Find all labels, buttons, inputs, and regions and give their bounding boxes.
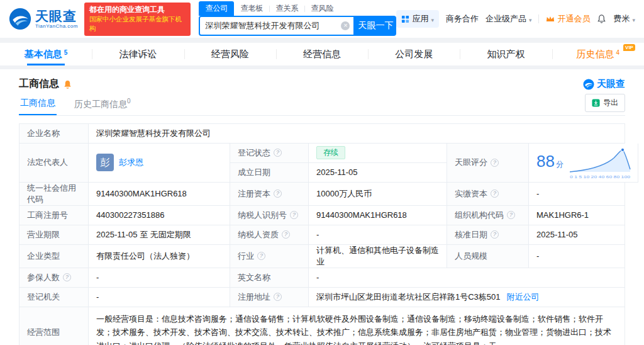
info-icon[interactable]	[274, 189, 282, 198]
table-row: 参保人数 - 英文名称 -	[19, 268, 625, 288]
field-label-credit-code: 统一社会信用代码	[19, 183, 89, 206]
search-tab-company[interactable]: 查公司	[199, 1, 234, 16]
field-label-reg-status: 登记状态	[230, 144, 309, 163]
company-nav-tabs: 基本信息5 法律诉讼 经营风险 经营信息 公司发展 知识产权 历史信息4 VIP	[0, 43, 644, 65]
top-header: 天眼查 TianYanCha.com 都在用的商业查询工具 国家中小企业发展子基…	[0, 0, 644, 38]
business-info-card: 工商信息 天眼查 工商信息 历史工商信息0 导出	[0, 69, 644, 345]
tab-label: 知识产权	[487, 48, 525, 60]
value-text: 10000万人民币	[316, 188, 372, 200]
field-label-approval-date: 核准日期	[447, 225, 529, 245]
username: 费米	[613, 13, 630, 25]
field-label-reg-capital: 注册资本	[230, 183, 309, 206]
info-icon[interactable]	[282, 230, 290, 239]
field-label-industry: 行业	[230, 245, 309, 268]
field-label-business-term: 营业期限	[19, 225, 89, 245]
section-watermark-logo: 天眼查	[583, 78, 625, 90]
tianyancha-logo[interactable]: 天眼查 TianYanCha.com	[9, 8, 78, 30]
label-text: 纳税人识别号	[238, 210, 287, 221]
info-icon[interactable]	[257, 252, 265, 260]
chevron-down-icon	[632, 14, 635, 24]
field-label-taxpayer-id: 纳税人识别号	[230, 206, 309, 225]
field-value-taxpayer-quality: -	[309, 225, 447, 245]
search-area: 查公司 查老板 查关系 查风险 天眼一下	[199, 2, 396, 36]
info-icon[interactable]	[491, 189, 499, 198]
table-row: 工商注册号 440300227351886 纳税人识别号 91440300MAK…	[19, 206, 625, 225]
value-text: -	[316, 273, 319, 282]
search-button[interactable]: 天眼一下	[355, 16, 396, 36]
user-menu[interactable]: 费米	[613, 13, 635, 25]
field-value-english-name: -	[309, 268, 625, 288]
tab-basic-info[interactable]: 基本信息5	[0, 43, 92, 65]
label-text: 天眼评分	[455, 157, 487, 168]
chevron-down-icon	[529, 14, 532, 24]
field-label-established: 成立日期	[230, 163, 309, 183]
label-text: 注册地址	[238, 291, 270, 303]
business-cooperation-link[interactable]: 商务合作	[446, 13, 479, 25]
table-row: 经营范围 一般经营项目是：信息技术咨询服务；通信设备销售；计算机软硬件及外围设备…	[19, 307, 625, 345]
label-text: 法定代表人	[27, 157, 68, 168]
field-value-legal-rep: 彭 彭求恩	[89, 144, 230, 183]
label-text: 英文名称	[238, 272, 270, 283]
label-text: 人员规模	[455, 251, 487, 262]
field-label-insured-count: 参保人数	[19, 268, 89, 288]
export-button[interactable]: 导出	[585, 94, 625, 112]
label-text: 登记状态	[238, 147, 270, 159]
subtab-history-business-info[interactable]: 历史工商信息0	[73, 93, 132, 115]
search-tab-risk[interactable]: 查风险	[304, 1, 340, 16]
section-tabs: 工商信息 历史工商信息0 导出	[19, 93, 625, 116]
tab-legal-litigation[interactable]: 法律诉讼	[92, 43, 184, 65]
top-menu: 应用 商务合作 企业级产品 开通会员 费米	[396, 10, 635, 28]
label-text: 行业	[238, 251, 254, 262]
field-label-taxpayer-quality: 纳税人资质	[230, 225, 309, 245]
open-vip-button[interactable]: 开通会员	[546, 13, 590, 25]
promo-line-2: 国家中小企业发展子基金旗下机构	[89, 14, 186, 33]
notifications-button[interactable]	[597, 14, 606, 24]
tab-operating-risk[interactable]: 经营风险	[184, 43, 276, 65]
search-tab-boss[interactable]: 查老板	[234, 1, 269, 16]
tab-company-development[interactable]: 公司发展	[368, 43, 460, 65]
tab-intellectual-property[interactable]: 知识产权	[460, 43, 552, 65]
value-text: -	[536, 251, 539, 261]
label-text: 企业名称	[27, 128, 60, 139]
info-icon[interactable]	[63, 273, 71, 281]
section-title: 工商信息	[19, 77, 59, 91]
tab-business-info[interactable]: 经营信息	[276, 43, 368, 65]
enterprise-products-menu[interactable]: 企业级产品	[486, 13, 532, 25]
subscribe-bell-icon[interactable]	[63, 79, 72, 89]
company-info-table: 企业名称 深圳荣耀智慧科技开发有限公司 法定代表人 彭 彭求恩 登记状态 存续 …	[19, 123, 625, 345]
field-value-business-scope: 一般经营项目是：信息技术咨询服务；通信设备销售；计算机软硬件及外围设备制造；通信…	[89, 307, 625, 345]
value-text: 91440300MAK1HGR618	[96, 189, 187, 198]
score-unit: 分	[556, 160, 564, 169]
field-value-established: 2025-11-05	[309, 163, 447, 183]
subtab-business-info[interactable]: 工商信息	[19, 93, 57, 115]
legal-rep-avatar[interactable]: 彭	[96, 154, 114, 171]
search-tab-relation[interactable]: 查关系	[269, 1, 304, 16]
label-text: 登记机关	[27, 291, 60, 303]
score-axis-ticks: 0 1 5 10 20 40 60 80 100	[570, 175, 631, 179]
apps-label: 应用	[412, 13, 428, 25]
value-text: 深圳市坪山区龙田街道老坑社区启祥路1号C3栋501	[316, 291, 501, 303]
info-icon[interactable]	[491, 159, 499, 167]
value-text: 91440300MAK1HGR618	[316, 210, 407, 220]
value-text: -	[536, 189, 539, 198]
logo-domain: TianYanCha.com	[35, 23, 78, 29]
info-icon[interactable]	[507, 211, 515, 219]
tab-history-info[interactable]: 历史信息4 VIP	[552, 43, 644, 65]
value-text: -	[96, 273, 99, 282]
tianyancha-logo-icon	[9, 8, 31, 30]
clear-search-icon[interactable]	[341, 21, 350, 30]
info-icon[interactable]	[274, 149, 282, 157]
info-icon[interactable]	[274, 293, 282, 301]
field-value-taxpayer-id: 91440300MAK1HGR618	[309, 206, 447, 225]
nearby-companies-link[interactable]: 附近公司	[507, 291, 540, 303]
apps-menu[interactable]: 应用	[396, 10, 439, 28]
label-text: 实缴资本	[455, 188, 487, 200]
field-value-score[interactable]: 88分 0 1 5 10 20 40 60 80 100	[529, 144, 638, 183]
field-label-reg-number: 工商注册号	[19, 206, 89, 225]
legal-rep-link[interactable]: 彭求恩	[119, 157, 143, 168]
label-text: 纳税人资质	[238, 229, 279, 240]
field-value-org-code: MAK1HGR6-1	[529, 206, 625, 225]
search-input[interactable]	[205, 21, 341, 31]
info-icon[interactable]	[491, 230, 499, 239]
info-icon[interactable]	[290, 211, 298, 219]
